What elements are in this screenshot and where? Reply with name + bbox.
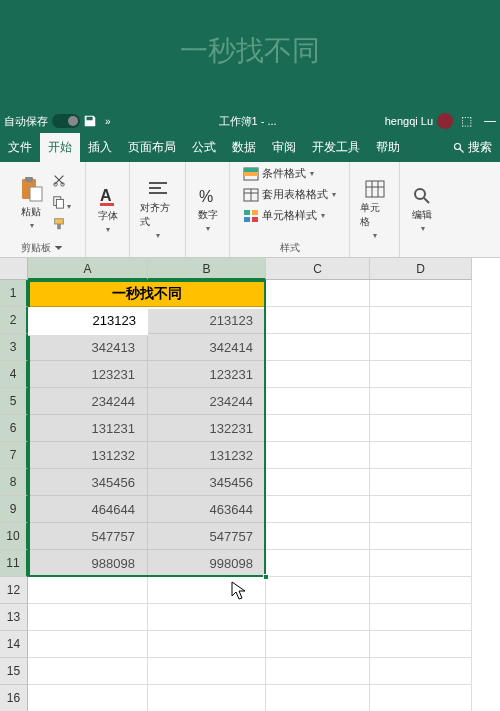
cell-C2[interactable] <box>266 307 370 334</box>
cell-empty[interactable] <box>28 631 148 658</box>
cell-C11[interactable] <box>266 550 370 577</box>
autosave-toggle[interactable]: 自动保存 关 <box>4 114 75 129</box>
cell-D8[interactable] <box>370 469 472 496</box>
cell-empty[interactable] <box>370 685 472 711</box>
cell-C1[interactable] <box>266 280 370 307</box>
cell-empty[interactable] <box>28 658 148 685</box>
select-all-corner[interactable] <box>0 258 28 280</box>
tab-data[interactable]: 数据 <box>224 133 264 162</box>
cell-empty[interactable] <box>370 604 472 631</box>
row-header-2[interactable]: 2 <box>0 307 28 334</box>
cell-empty[interactable] <box>28 604 148 631</box>
save-icon[interactable] <box>83 114 97 128</box>
cell-D11[interactable] <box>370 550 472 577</box>
col-header-D[interactable]: D <box>370 258 472 280</box>
row-header-6[interactable]: 6 <box>0 415 28 442</box>
cell-B7[interactable]: 131232 <box>148 442 266 469</box>
cell-empty[interactable] <box>148 685 266 711</box>
cell-A11[interactable]: 988098 <box>28 550 148 577</box>
cell-D3[interactable] <box>370 334 472 361</box>
cell-B3[interactable]: 342414 <box>148 334 266 361</box>
cell-A2[interactable]: 213123 <box>28 307 148 334</box>
grid[interactable]: ABCD1一秒找不同221312321312333424133424144123… <box>0 258 500 711</box>
cell-B5[interactable]: 234244 <box>148 388 266 415</box>
row-header-8[interactable]: 8 <box>0 469 28 496</box>
cell-empty[interactable] <box>28 577 148 604</box>
editing-button[interactable]: 编辑 ▾ <box>408 182 436 237</box>
font-button[interactable]: A 字体 ▾ <box>94 181 122 238</box>
cell-A9[interactable]: 464644 <box>28 496 148 523</box>
row-header-9[interactable]: 9 <box>0 496 28 523</box>
cell-D1[interactable] <box>370 280 472 307</box>
format-painter-icon[interactable] <box>52 217 71 233</box>
cell-style-button[interactable]: 单元格样式▾ <box>243 208 325 223</box>
cell-B11[interactable]: 998098 <box>148 550 266 577</box>
cell-B2[interactable]: 213123 <box>148 307 266 334</box>
cell-D2[interactable] <box>370 307 472 334</box>
row-header-13[interactable]: 13 <box>0 604 28 631</box>
cell-B6[interactable]: 132231 <box>148 415 266 442</box>
tab-formulas[interactable]: 公式 <box>184 133 224 162</box>
cell-D6[interactable] <box>370 415 472 442</box>
cell-D7[interactable] <box>370 442 472 469</box>
cell-C9[interactable] <box>266 496 370 523</box>
cell-C7[interactable] <box>266 442 370 469</box>
alignment-button[interactable]: 对齐方式 ▾ <box>136 175 179 244</box>
cell-empty[interactable] <box>148 577 266 604</box>
cell-empty[interactable] <box>266 658 370 685</box>
cell-B9[interactable]: 463644 <box>148 496 266 523</box>
cell-B8[interactable]: 345456 <box>148 469 266 496</box>
cell-A4[interactable]: 123231 <box>28 361 148 388</box>
row-header-1[interactable]: 1 <box>0 280 28 307</box>
col-header-C[interactable]: C <box>266 258 370 280</box>
cells-button[interactable]: 单元格 ▾ <box>356 175 393 244</box>
tab-search[interactable]: 搜索 <box>445 133 500 162</box>
cell-A3[interactable]: 342413 <box>28 334 148 361</box>
tab-page-layout[interactable]: 页面布局 <box>120 133 184 162</box>
row-header-11[interactable]: 11 <box>0 550 28 577</box>
cell-empty[interactable] <box>148 658 266 685</box>
paste-button[interactable]: 粘贴 ▾ <box>14 171 48 234</box>
row-header-16[interactable]: 16 <box>0 685 28 711</box>
cell-A8[interactable]: 345456 <box>28 469 148 496</box>
tab-home[interactable]: 开始 <box>40 133 80 162</box>
cell-C8[interactable] <box>266 469 370 496</box>
cell-B10[interactable]: 547757 <box>148 523 266 550</box>
cell-C4[interactable] <box>266 361 370 388</box>
row-header-7[interactable]: 7 <box>0 442 28 469</box>
minimize-icon[interactable]: — <box>484 114 496 128</box>
tab-review[interactable]: 审阅 <box>264 133 304 162</box>
row-header-5[interactable]: 5 <box>0 388 28 415</box>
sheet-area[interactable]: ABCD1一秒找不同221312321312333424133424144123… <box>0 258 500 711</box>
cell-empty[interactable] <box>266 631 370 658</box>
cell-C10[interactable] <box>266 523 370 550</box>
cell-B4[interactable]: 123231 <box>148 361 266 388</box>
cell-A10[interactable]: 547757 <box>28 523 148 550</box>
cell-empty[interactable] <box>266 577 370 604</box>
cell-A5[interactable]: 234244 <box>28 388 148 415</box>
cell-A6[interactable]: 131231 <box>28 415 148 442</box>
cell-empty[interactable] <box>370 631 472 658</box>
row-header-3[interactable]: 3 <box>0 334 28 361</box>
tab-help[interactable]: 帮助 <box>368 133 408 162</box>
cell-empty[interactable] <box>148 604 266 631</box>
cell-A7[interactable]: 131232 <box>28 442 148 469</box>
cell-C6[interactable] <box>266 415 370 442</box>
cell-D4[interactable] <box>370 361 472 388</box>
conditional-format-button[interactable]: 条件格式▾ <box>243 166 314 181</box>
tab-insert[interactable]: 插入 <box>80 133 120 162</box>
row-header-4[interactable]: 4 <box>0 361 28 388</box>
tab-file[interactable]: 文件 <box>0 133 40 162</box>
number-button[interactable]: % 数字 ▾ <box>194 182 222 237</box>
copy-icon[interactable]: ▾ <box>52 195 71 211</box>
cell-D5[interactable] <box>370 388 472 415</box>
user-section[interactable]: hengqi Lu <box>385 113 453 129</box>
row-header-15[interactable]: 15 <box>0 658 28 685</box>
merged-title-cell[interactable]: 一秒找不同 <box>28 280 266 307</box>
cell-empty[interactable] <box>148 631 266 658</box>
cell-empty[interactable] <box>266 604 370 631</box>
cell-empty[interactable] <box>370 658 472 685</box>
cell-D10[interactable] <box>370 523 472 550</box>
tab-developer[interactable]: 开发工具 <box>304 133 368 162</box>
row-header-14[interactable]: 14 <box>0 631 28 658</box>
